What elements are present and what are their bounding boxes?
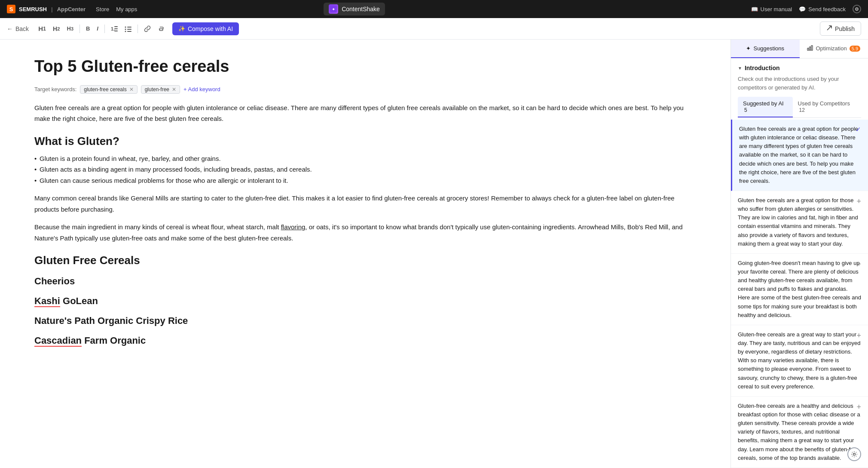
optimization-badge: 5.9 <box>850 46 860 52</box>
suggestion-item-4[interactable]: Gluten-free cereals are a great way to s… <box>731 325 868 397</box>
paragraph-2[interactable]: Many common cereal brands like General M… <box>34 193 696 215</box>
suggestion-text-4: Gluten-free cereals are a great way to s… <box>738 330 861 391</box>
heading2-button[interactable]: H2 <box>50 24 63 34</box>
svg-point-9 <box>125 28 126 30</box>
publish-icon <box>826 25 832 32</box>
keyword-tag-gluten-free[interactable]: gluten-free ✕ <box>141 85 180 94</box>
add-suggestion-2-button[interactable]: + <box>856 197 861 206</box>
back-button[interactable]: ← Back <box>7 25 29 32</box>
paragraph-3[interactable]: Because the main ingredient in many kind… <box>34 222 696 243</box>
topbar-nav: Store My apps <box>96 6 137 12</box>
intro-toggle[interactable]: ▼ Introduction <box>738 65 861 71</box>
suggestion-item-1[interactable]: Gluten free cereals are a great option f… <box>731 120 868 191</box>
bold-button[interactable]: B <box>83 24 92 34</box>
suggestion-item-2[interactable]: Gluten free cereals are a great option f… <box>731 191 868 254</box>
intro-section: ▼ Introduction Check out the introductio… <box>731 58 868 118</box>
intro-paragraph[interactable]: Gluten free cereals are a great option f… <box>34 102 696 124</box>
flavoring-link[interactable]: flavoring <box>281 223 306 231</box>
target-keywords-label: Target keywords: <box>34 86 76 92</box>
feedback-icon: 💬 <box>799 6 806 12</box>
svg-point-17 <box>853 453 856 456</box>
intro-description: Check out the introductions used by your… <box>738 75 861 92</box>
suggestion-text-1: Gluten free cereals are a great option f… <box>739 125 861 185</box>
publish-button[interactable]: Publish <box>820 22 861 36</box>
toolbar-separator-3 <box>138 25 138 33</box>
gluten-free-cereals-heading[interactable]: Gluten Free Cereals <box>34 254 696 267</box>
heading3-button[interactable]: H3 <box>64 24 76 34</box>
toolbar-separator-2 <box>104 25 105 33</box>
tab-suggestions[interactable]: ✦ Suggestions <box>731 40 800 58</box>
suggestion-item-5[interactable]: Gluten-free cereals are a healthy and de… <box>731 397 868 468</box>
editor-area[interactable]: Top 5 Gluten-free cereals Target keyword… <box>0 40 730 468</box>
topbar-right: 📖 User manual 💬 Send feedback ⚙ <box>751 5 861 13</box>
document-title[interactable]: Top 5 Gluten-free cereals <box>34 57 696 77</box>
svg-rect-15 <box>810 47 811 50</box>
svg-rect-12 <box>127 29 131 30</box>
optimization-icon <box>807 45 813 52</box>
keyword-tag-text: gluten-free cereals <box>84 86 126 92</box>
suggested-ai-label: Suggested by AI <box>743 100 784 107</box>
semrush-logo: S SEMRUSH | AppCenter <box>7 5 86 13</box>
sub-tab-used-competitors[interactable]: Used by Competitors 12 <box>793 97 862 117</box>
gluten-bullet-list: Gluten is a protein found in wheat, rye,… <box>34 153 696 186</box>
cheerios-heading[interactable]: Cheerios <box>34 276 696 287</box>
strikethrough-button[interactable] <box>155 24 167 34</box>
unordered-list-button[interactable] <box>122 24 134 34</box>
natures-path-heading[interactable]: Nature's Path Organic Crispy Rice <box>34 315 696 326</box>
heading1-button[interactable]: H1 <box>36 23 49 34</box>
svg-point-10 <box>125 31 126 32</box>
bullet-item-1: Gluten is a protein found in wheat, rye,… <box>34 153 696 164</box>
compose-ai-label: Compose with AI <box>188 25 233 32</box>
add-suggestion-5-button[interactable]: + <box>856 403 861 412</box>
link-button[interactable] <box>141 24 153 34</box>
nav-my-apps[interactable]: My apps <box>116 6 137 12</box>
logo-divider: | <box>51 6 53 12</box>
compose-with-ai-button[interactable]: ✨ Compose with AI <box>172 22 239 35</box>
svg-rect-7 <box>114 31 118 31</box>
target-keywords-row: Target keywords: gluten-free cereals ✕ g… <box>34 85 696 94</box>
suggestion-check-icon: ✓ <box>856 126 861 133</box>
toolbar-separator-1 <box>79 25 80 33</box>
sub-tab-suggested-ai[interactable]: Suggested by AI 5 <box>738 97 793 117</box>
app-identifier: ✦ ContentShake <box>324 3 385 15</box>
remove-keyword-2-icon[interactable]: ✕ <box>172 86 176 92</box>
suggestion-text-2: Gluten free cereals are a great option f… <box>738 196 861 248</box>
topbar: S SEMRUSH | AppCenter Store My apps ✦ Co… <box>0 0 868 18</box>
ordered-list-button[interactable]: 1. <box>108 24 120 34</box>
semrush-text: SEMRUSH <box>19 6 47 12</box>
svg-text:S: S <box>9 6 13 12</box>
svg-rect-6 <box>114 28 118 29</box>
suggestion-text-3: Going gluten-free doesn't mean having to… <box>738 259 861 320</box>
add-suggestion-4-button[interactable]: + <box>856 331 861 340</box>
right-panel: ✦ Suggestions Optimization 5.9 ▼ <box>730 40 868 468</box>
send-feedback-label: Send feedback <box>808 6 846 12</box>
optimization-tab-label: Optimization <box>816 45 847 52</box>
suggestion-item-3[interactable]: Going gluten-free doesn't mean having to… <box>731 254 868 325</box>
toolbar: ← Back H1 H2 H3 B I 1. <box>0 18 868 40</box>
suggested-ai-count: 5 <box>744 107 747 113</box>
nav-store[interactable]: Store <box>96 6 109 12</box>
compose-ai-icon: ✨ <box>178 25 185 32</box>
main-layout: Top 5 Gluten-free cereals Target keyword… <box>0 40 868 468</box>
suggestions-tab-label: Suggestions <box>753 45 784 52</box>
remove-keyword-icon[interactable]: ✕ <box>129 86 134 92</box>
kashi-underline: Kashi <box>34 296 60 307</box>
bullet-item-2: Gluten acts as a binding agent in many p… <box>34 164 696 175</box>
keyword-tag-text-2: gluten-free <box>145 86 169 92</box>
cascadian-underline: Cascadian <box>34 335 82 347</box>
cascadian-heading[interactable]: Cascadian Farm Organic <box>34 335 696 346</box>
tab-optimization[interactable]: Optimization 5.9 <box>800 40 868 58</box>
semrush-wordmark: S <box>7 5 16 13</box>
italic-button[interactable]: I <box>94 24 101 34</box>
back-arrow-icon: ← <box>7 25 13 32</box>
user-manual-link[interactable]: 📖 User manual <box>751 6 792 12</box>
send-feedback-link[interactable]: 💬 Send feedback <box>799 6 846 12</box>
kashi-heading[interactable]: Kashi GoLean <box>34 296 696 307</box>
add-keyword-button[interactable]: + Add keyword <box>183 86 220 92</box>
keyword-tag-gluten-free-cereals[interactable]: gluten-free cereals ✕ <box>80 85 137 94</box>
what-is-gluten-heading[interactable]: What is Gluten? <box>34 135 696 148</box>
svg-point-8 <box>125 26 126 28</box>
settings-icon[interactable]: ⚙ <box>853 5 861 13</box>
settings-gear-button[interactable] <box>847 447 861 461</box>
add-suggestion-3-button[interactable]: + <box>856 260 861 269</box>
